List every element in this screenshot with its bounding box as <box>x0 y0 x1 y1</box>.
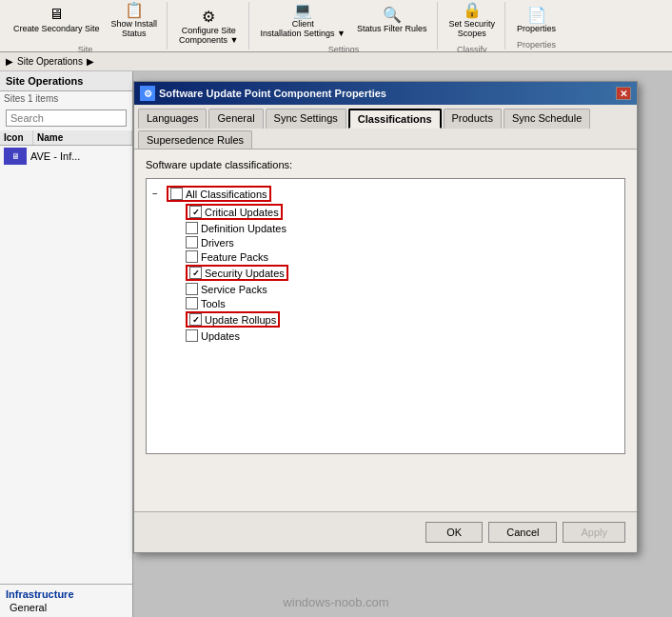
updates-label: Updates <box>201 330 240 342</box>
infrastructure-sub: General <box>6 602 127 613</box>
tree-children: Critical Updates Definition Updates Driv… <box>152 203 619 343</box>
show-install-status-icon: 📋 <box>124 0 145 20</box>
drivers-checkbox[interactable] <box>186 236 198 249</box>
properties-label: Properties <box>517 25 556 34</box>
feature-packs-label: Feature Packs <box>201 251 268 263</box>
tree-node-drivers[interactable]: Drivers <box>171 235 619 249</box>
section-label: Software update classifications: <box>146 159 625 170</box>
create-secondary-label: Create Secondary Site <box>13 25 100 34</box>
client-installation-button[interactable]: 💻 ClientInstallation Settings ▼ <box>257 0 349 41</box>
toolbar-group-site: 🖥 Create Secondary Site 📋 Show InstallSt… <box>4 2 168 50</box>
tree-node-definition-updates[interactable]: Definition Updates <box>171 221 619 235</box>
dialog-close-button[interactable]: ✕ <box>616 87 631 100</box>
tree-root-node[interactable]: − All Classifications <box>152 185 619 203</box>
toolbar-group-classify: 🔒 Set SecurityScopes Classify <box>440 2 506 50</box>
show-install-status-button[interactable]: 📋 Show InstallStatus <box>108 0 162 41</box>
service-packs-label: Service Packs <box>201 284 267 295</box>
tree-node-security-updates[interactable]: Security Updates <box>171 264 619 282</box>
tree-node-update-rollups[interactable]: Update Rollups <box>171 310 619 328</box>
critical-updates-label: Critical Updates <box>205 207 279 218</box>
tree-node-critical-updates[interactable]: Critical Updates <box>171 203 619 221</box>
icon-column-header: Icon <box>0 130 33 145</box>
feature-packs-checkbox[interactable] <box>186 250 198 263</box>
tree-node-tools[interactable]: Tools <box>171 296 619 310</box>
item-name: AVE - Inf... <box>30 150 80 162</box>
main-area: ⚙ Software Update Point Component Proper… <box>133 71 672 617</box>
item-icon: 🖥 <box>4 148 27 165</box>
all-classifications-highlight: All Classifications <box>167 186 271 202</box>
security-updates-checkbox[interactable] <box>189 267 202 279</box>
properties-icon: 📄 <box>526 4 547 25</box>
status-filter-label: Status Filter Rules <box>357 25 427 34</box>
left-items-list: 🖥 AVE - Inf... <box>0 146 132 584</box>
toolbar: 🖥 Create Secondary Site 📋 Show InstallSt… <box>0 0 672 52</box>
cancel-button[interactable]: Cancel <box>488 522 557 543</box>
dialog-title: Software Update Point Component Properti… <box>159 88 386 99</box>
toolbar-group-properties: 📄 Properties Properties <box>507 2 565 50</box>
create-secondary-button[interactable]: 🖥 Create Secondary Site <box>10 2 104 36</box>
nav-label: Site Operations <box>6 75 83 87</box>
dialog-icon: ⚙ <box>140 86 155 101</box>
configure-icon: ⚙ <box>198 6 219 27</box>
tree-expand-icon: − <box>152 189 164 199</box>
tab-supersedence-rules[interactable]: Supersedence Rules <box>138 130 252 149</box>
tab-sync-settings[interactable]: Sync Settings <box>266 109 346 129</box>
breadcrumb-label: Site Operations <box>17 56 83 67</box>
drivers-label: Drivers <box>201 237 234 249</box>
name-column-header: Name <box>33 130 132 145</box>
dialog-content: Software update classifications: − All C… <box>134 149 637 511</box>
tools-checkbox[interactable] <box>186 297 198 309</box>
tree-node-feature-packs[interactable]: Feature Packs <box>171 249 619 264</box>
client-installation-icon: 💻 <box>292 0 313 20</box>
security-scopes-label: Set SecurityScopes <box>449 20 496 39</box>
dialog-tabs: Languages General Sync Settings Classifi… <box>134 105 637 149</box>
dialog-titlebar: ⚙ Software Update Point Component Proper… <box>134 82 637 105</box>
toolbar-group-settings: 💻 ClientInstallation Settings ▼ 🔍 Status… <box>251 2 438 50</box>
column-headers: Icon Name <box>0 130 132 146</box>
set-security-scopes-button[interactable]: 🔒 Set SecurityScopes <box>445 0 500 41</box>
status-filter-icon: 🔍 <box>382 4 403 25</box>
definition-updates-label: Definition Updates <box>201 223 287 234</box>
properties-button[interactable]: 📄 Properties <box>513 2 560 36</box>
infrastructure-title: Infrastructure <box>6 588 127 600</box>
top-nav: ▶ Site Operations ▶ <box>0 52 672 71</box>
left-panel: Site Operations Sites 1 items Icon Name … <box>0 71 133 617</box>
update-rollups-checkbox[interactable] <box>189 313 202 326</box>
toolbar-properties-label: Properties <box>517 40 556 50</box>
configure-label: Configure SiteComponents ▼ <box>179 27 238 46</box>
critical-updates-highlight: Critical Updates <box>186 204 283 220</box>
classifications-tree: − All Classifications Critical Updates <box>146 178 625 454</box>
tab-classifications[interactable]: Classifications <box>348 109 442 129</box>
tools-label: Tools <box>201 298 226 309</box>
configure-site-components-button[interactable]: ⚙ Configure SiteComponents ▼ <box>175 4 242 48</box>
all-classifications-label: All Classifications <box>186 189 267 200</box>
tab-products[interactable]: Products <box>444 109 502 129</box>
update-rollups-highlight: Update Rollups <box>186 311 280 328</box>
show-install-status-label: Show InstallStatus <box>111 20 158 39</box>
tree-node-updates[interactable]: Updates <box>171 328 619 343</box>
security-updates-highlight: Security Updates <box>186 265 288 281</box>
dialog-footer: OK Cancel Apply <box>134 511 637 552</box>
apply-button[interactable]: Apply <box>563 522 625 543</box>
service-packs-checkbox[interactable] <box>186 283 198 295</box>
updates-checkbox[interactable] <box>186 329 198 342</box>
list-item[interactable]: 🖥 AVE - Inf... <box>0 146 132 167</box>
critical-updates-checkbox[interactable] <box>189 206 202 218</box>
tree-node-service-packs[interactable]: Service Packs <box>171 282 619 296</box>
security-scopes-icon: 🔒 <box>462 0 483 20</box>
tab-sync-schedule[interactable]: Sync Schedule <box>504 109 590 129</box>
dialog: ⚙ Software Update Point Component Proper… <box>133 81 638 553</box>
infrastructure-section: Infrastructure General <box>0 584 132 617</box>
ok-button[interactable]: OK <box>425 522 483 543</box>
search-input[interactable] <box>6 109 127 127</box>
update-rollups-label: Update Rollups <box>205 314 276 326</box>
definition-updates-checkbox[interactable] <box>186 222 198 234</box>
all-classifications-checkbox[interactable] <box>170 188 183 200</box>
tab-languages[interactable]: Languages <box>138 109 207 129</box>
client-installation-label: ClientInstallation Settings ▼ <box>261 20 346 39</box>
create-secondary-icon: 🖥 <box>46 4 67 25</box>
breadcrumb-arrow: ▶ <box>6 56 13 67</box>
status-filter-rules-button[interactable]: 🔍 Status Filter Rules <box>353 2 431 36</box>
tab-general[interactable]: General <box>208 109 263 129</box>
breadcrumb-sep: ▶ <box>87 56 94 67</box>
